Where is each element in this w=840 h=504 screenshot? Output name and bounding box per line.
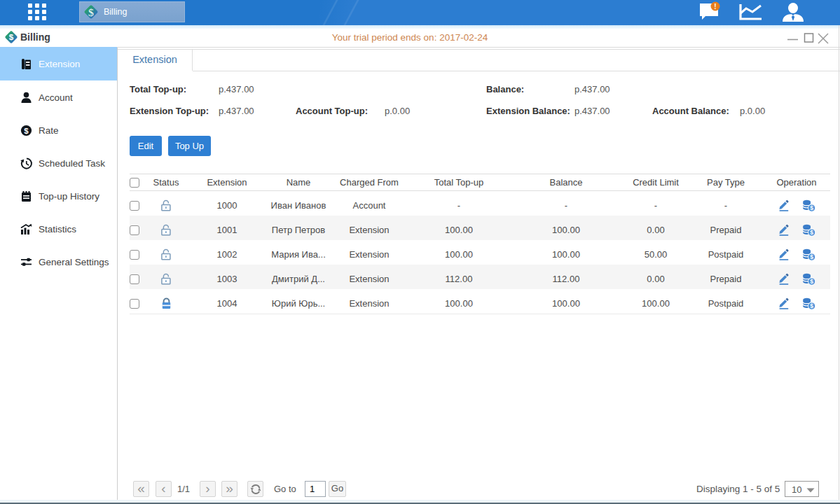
- svg-text:$: $: [810, 278, 813, 285]
- svg-text:$: $: [810, 229, 813, 236]
- svg-text:!: !: [714, 3, 716, 10]
- svg-text:$: $: [810, 204, 813, 211]
- svg-text:$: $: [24, 127, 29, 135]
- svg-text:$: $: [810, 253, 813, 260]
- svg-text:$: $: [88, 6, 94, 18]
- svg-text:$: $: [810, 302, 813, 309]
